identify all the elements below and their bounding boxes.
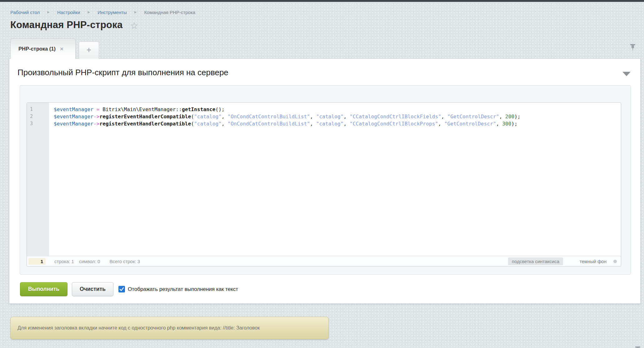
breadcrumb-separator-icon: ▶ <box>47 11 50 14</box>
code-token-op: -> <box>93 114 100 120</box>
status-right-group: подсветка синтаксиса темный фон <box>508 257 621 265</box>
code-line: $eventManager->registerEventHandlerCompa… <box>54 120 618 127</box>
window-top-strip <box>0 0 644 2</box>
syntax-highlight-toggle[interactable]: подсветка синтаксиса <box>508 257 563 265</box>
current-line-badge: 1 <box>28 258 46 265</box>
code-token-str: "OnCondCatControlBuildList" <box>228 121 310 127</box>
code-token-num: 300 <box>502 121 511 127</box>
breadcrumb-separator-icon: ▶ <box>134 11 137 14</box>
code-token-str: "catalog" <box>316 121 344 127</box>
code-token-var: $eventManager <box>54 114 93 120</box>
breadcrumb-link[interactable]: Инструменты <box>97 10 127 15</box>
code-token-var: $eventManager <box>54 106 93 112</box>
action-row: Выполнить Очистить Отображать результат … <box>20 282 238 296</box>
code-token-str: "CCatalogCondCtrlIBlockProps" <box>350 121 438 127</box>
code-editor[interactable]: 123 $eventManager = Bitrix\Main\EventMan… <box>27 102 621 267</box>
hint-note-text: Для изменения заголовка вкладки начните … <box>17 325 260 331</box>
code-token-p: , <box>441 114 447 120</box>
code-token-p: , <box>344 114 350 120</box>
code-token-p: ( <box>191 121 194 127</box>
breadcrumb-link[interactable]: Рабочий стол <box>10 10 40 15</box>
code-token-str: "GetControlDescr" <box>444 121 496 127</box>
code-token-str: "CCatalogCondCtrlIBlockFields" <box>350 114 441 120</box>
code-token-str: "GetControlDescr" <box>447 114 499 120</box>
code-token-p <box>93 106 97 112</box>
code-token-fn: registerEventHandlerCompatible <box>99 114 191 120</box>
code-token-fn: getInstance <box>182 106 215 112</box>
status-char: символ: 0 <box>79 259 100 264</box>
code-token-p: , <box>222 121 228 127</box>
code-token-p: , <box>499 114 505 120</box>
code-token-var: $eventManager <box>54 121 93 127</box>
pin-icon[interactable] <box>634 346 642 348</box>
run-button[interactable]: Выполнить <box>20 282 67 296</box>
tab-close-icon[interactable]: × <box>60 46 63 52</box>
code-area[interactable]: $eventManager = Bitrix\Main\EventManager… <box>49 103 621 257</box>
code-line: $eventManager = Bitrix\Main\EventManager… <box>54 106 618 113</box>
code-token-str: "catalog" <box>194 121 222 127</box>
page-title: Командная PHP-строка <box>10 19 122 31</box>
editor-gutter: 123 <box>27 103 49 257</box>
checkmark-icon <box>119 287 124 291</box>
code-token-p: , <box>438 121 444 127</box>
status-total-lines: Всего строк: 3 <box>109 259 140 264</box>
collapse-arrow-icon[interactable] <box>622 72 631 76</box>
hint-note: Для изменения заголовка вкладки начните … <box>10 317 329 339</box>
status-line: строка: 1 <box>54 259 74 264</box>
line-number: 2 <box>30 113 49 120</box>
code-token-fn: registerEventHandlerCompatible <box>99 121 191 127</box>
code-token-p: Bitrix\Main\EventManager:: <box>99 106 182 112</box>
code-token-str: "catalog" <box>316 114 344 120</box>
code-token-p: , <box>310 114 316 120</box>
breadcrumb-current: Командная PHP-строка <box>144 10 195 15</box>
checkbox-label: Отображать результат выполнения как текс… <box>128 286 238 292</box>
code-token-op: = <box>97 106 100 112</box>
tab-label: PHP-строка (1) <box>18 46 56 52</box>
breadcrumb-link[interactable]: Настройки <box>57 10 80 15</box>
content-panel: Произвольный PHP-скрипт для выполнения н… <box>9 58 641 304</box>
code-token-p: , <box>496 121 502 127</box>
pin-icon[interactable] <box>629 43 637 52</box>
editor-status-bar: 1 строка: 1 символ: 0 Всего строк: 3 под… <box>27 256 621 266</box>
code-token-op: -> <box>93 121 100 127</box>
code-line: $eventManager->registerEventHandlerCompa… <box>54 113 618 120</box>
code-token-p: ); <box>514 114 521 120</box>
code-token-str: "catalog" <box>194 114 222 120</box>
editor-outer-panel: 123 $eventManager = Bitrix\Main\EventMan… <box>20 85 631 275</box>
dark-background-toggle-dot[interactable] <box>613 260 617 263</box>
breadcrumb-separator-icon: ▶ <box>87 11 90 14</box>
add-tab-button[interactable]: + <box>79 42 99 59</box>
tab-php-string[interactable]: PHP-строка (1) × <box>10 38 76 59</box>
dark-background-toggle-label[interactable]: темный фон <box>580 259 607 264</box>
code-token-p: ( <box>191 114 194 120</box>
code-token-p: , <box>222 114 228 120</box>
code-token-p: , <box>344 121 350 127</box>
clear-button[interactable]: Очистить <box>72 282 113 296</box>
code-token-p: (); <box>215 106 224 112</box>
plus-icon: + <box>87 46 92 54</box>
code-token-p: , <box>310 121 316 127</box>
line-number: 3 <box>30 120 49 127</box>
show-result-as-text-checkbox[interactable] <box>118 286 125 292</box>
code-token-str: "OnCondCatControlBuildList" <box>228 114 310 120</box>
code-token-p: ); <box>512 121 518 127</box>
breadcrumb: Рабочий стол▶Настройки▶Инструменты▶Коман… <box>10 9 195 15</box>
line-number: 1 <box>30 106 49 113</box>
section-header: Произвольный PHP-скрипт для выполнения н… <box>17 68 228 77</box>
favorite-star-icon[interactable]: ☆ <box>130 21 138 30</box>
title-row: Командная PHP-строка ☆ <box>10 19 138 31</box>
code-token-num: 200 <box>505 114 514 120</box>
